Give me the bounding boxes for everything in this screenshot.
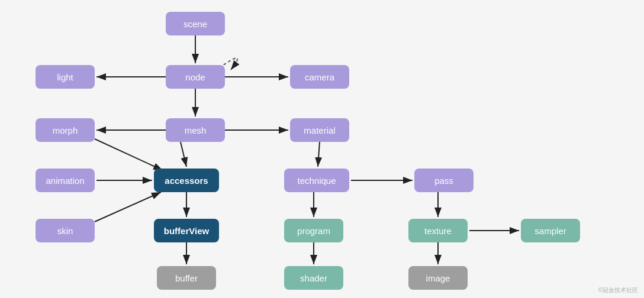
svg-line-9 — [95, 139, 163, 170]
watermark: ©冠金技术社区 — [598, 286, 638, 294]
arrows-svg — [0, 0, 644, 298]
node-node: node — [166, 65, 225, 89]
node-morph: morph — [36, 118, 95, 142]
node-scene: scene — [166, 12, 225, 35]
node-light: light — [36, 65, 95, 89]
node-texture: texture — [408, 219, 468, 242]
node-accessors: accessors — [154, 169, 219, 192]
node-sampler: sampler — [521, 219, 580, 242]
node-program: program — [284, 219, 343, 242]
node-shader: shader — [284, 266, 343, 290]
node-animation: animation — [36, 169, 95, 192]
node-technique: technique — [284, 169, 349, 192]
node-image: image — [408, 266, 468, 290]
svg-line-12 — [318, 142, 320, 167]
svg-line-11 — [95, 192, 161, 222]
node-camera: camera — [290, 65, 349, 89]
node-mesh: mesh — [166, 118, 225, 142]
node-buffer: buffer — [157, 266, 216, 290]
node-skin: skin — [36, 219, 95, 242]
node-bufferView: bufferView — [154, 219, 219, 242]
node-material: material — [290, 118, 349, 142]
diagram-container: scenenodelightcamerameshmorphmaterialani… — [0, 0, 644, 298]
svg-line-8 — [181, 142, 186, 167]
node-pass: pass — [414, 169, 474, 192]
